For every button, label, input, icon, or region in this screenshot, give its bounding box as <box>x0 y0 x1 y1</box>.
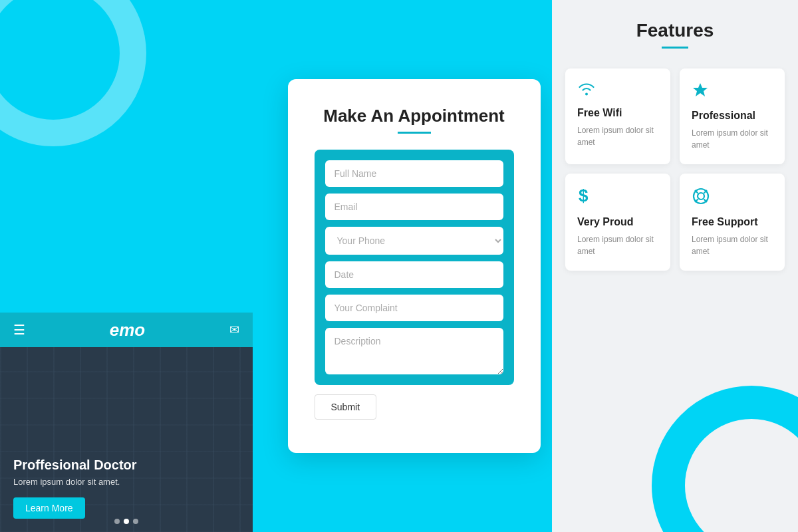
svg-point-3 <box>698 193 704 200</box>
form-title-underline <box>398 132 431 134</box>
star-icon <box>692 82 773 103</box>
hamburger-icon[interactable]: ☰ <box>13 322 25 338</box>
full-name-input[interactable] <box>325 160 503 187</box>
form-title: Make An Appointment <box>315 106 514 126</box>
hero-subtitle: Lorem ipsum dolor sit amet. <box>13 477 239 487</box>
complaint-input[interactable] <box>325 295 503 321</box>
bottom-circle-decoration <box>652 386 798 532</box>
circle-decoration <box>0 0 146 146</box>
mobile-mockup: ☰ emo ✉ Proffesional Doctor Lorem ipsum … <box>0 313 253 532</box>
features-title: Features <box>565 20 785 41</box>
features-grid: Free Wifi Lorem ipsum dolor sit amet Pro… <box>565 68 785 271</box>
dot-1[interactable] <box>114 519 120 524</box>
carousel-dots <box>114 519 138 524</box>
feature-card-proud: $ Very Proud Lorem ipsum dolor sit amet <box>565 174 670 271</box>
submit-button[interactable]: Submit <box>315 394 377 420</box>
feature-card-wifi: Free Wifi Lorem ipsum dolor sit amet <box>565 68 670 164</box>
dollar-icon: $ <box>577 187 658 209</box>
right-panel: Features Free Wifi Lorem ipsum dolor sit… <box>552 0 798 532</box>
date-input[interactable] <box>325 261 503 288</box>
form-fields-container: Your Phone <box>315 150 514 385</box>
feature-desc-professional: Lorem ipsum dolor sit amet <box>692 127 773 151</box>
features-title-underline <box>662 47 688 49</box>
svg-text:$: $ <box>579 187 589 205</box>
support-icon <box>692 187 773 209</box>
mobile-content: Proffesional Doctor Lorem ipsum dolor si… <box>0 347 253 532</box>
mobile-text-content: Proffesional Doctor Lorem ipsum dolor si… <box>13 458 239 519</box>
mobile-nav: ☰ emo ✉ <box>0 313 253 347</box>
svg-marker-0 <box>693 83 708 96</box>
feature-desc-support: Lorem ipsum dolor sit amet <box>692 233 773 257</box>
left-panel: ☰ emo ✉ Proffesional Doctor Lorem ipsum … <box>0 0 276 532</box>
feature-card-support: Free Support Lorem ipsum dolor sit amet <box>680 174 785 271</box>
wifi-icon <box>577 82 658 100</box>
mail-icon[interactable]: ✉ <box>229 323 239 337</box>
feature-name-support: Free Support <box>692 216 773 228</box>
feature-card-professional: Professional Lorem ipsum dolor sit amet <box>680 68 785 164</box>
phone-select[interactable]: Your Phone <box>325 227 503 255</box>
center-panel: Make An Appointment Your Phone Submit <box>276 0 552 532</box>
dot-2[interactable] <box>124 519 129 524</box>
feature-name-proud: Very Proud <box>577 216 658 228</box>
dot-3[interactable] <box>133 519 138 524</box>
feature-desc-wifi: Lorem ipsum dolor sit amet <box>577 124 658 148</box>
feature-desc-proud: Lorem ipsum dolor sit amet <box>577 233 658 257</box>
learn-more-button[interactable]: Learn More <box>13 497 85 519</box>
description-textarea[interactable] <box>325 328 503 374</box>
appointment-form-card: Make An Appointment Your Phone Submit <box>288 79 541 453</box>
email-input[interactable] <box>325 194 503 220</box>
app-logo: emo <box>110 320 145 340</box>
feature-name-wifi: Free Wifi <box>577 107 658 119</box>
hero-title: Proffesional Doctor <box>13 458 239 473</box>
right-panel-content: Features Free Wifi Lorem ipsum dolor sit… <box>552 0 798 284</box>
feature-name-professional: Professional <box>692 110 773 122</box>
